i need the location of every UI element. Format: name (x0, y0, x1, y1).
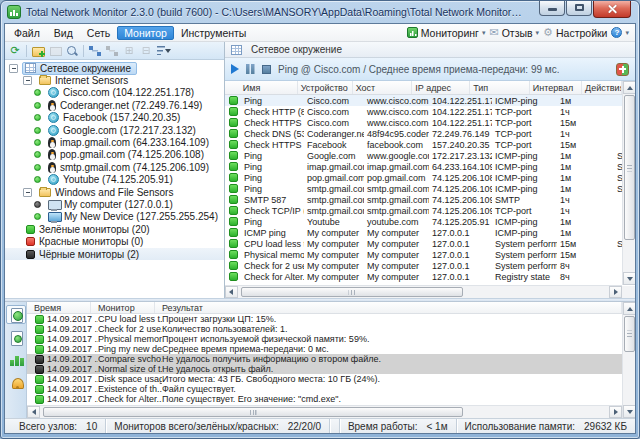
feedback-menu[interactable]: ✉ Отзыв ▾ (489, 27, 539, 39)
monitor-row[interactable]: SMTP 587 smtp.gmail.com smtp.gmail.com 7… (225, 194, 622, 205)
monitor-row[interactable]: Check DNS (53) Coderanger.net 48f94c95.c… (225, 128, 622, 139)
monitor-row[interactable]: Ping smtp.gmail.com smtp.gmail.com 74.12… (225, 183, 622, 194)
column-actions[interactable]: Действия (582, 81, 622, 94)
monitoring-menu[interactable]: Мониторинг ▾ (407, 27, 486, 39)
stop-icon[interactable] (262, 65, 271, 74)
scroll-left-button[interactable] (225, 286, 238, 298)
log-row[interactable]: 14.09.2017 ... Check for Alter... Поле с… (27, 394, 622, 404)
maximize-button[interactable] (566, 1, 592, 16)
scrollbar-thumb[interactable] (43, 407, 463, 417)
statistics-icon[interactable] (6, 351, 26, 370)
log-row[interactable]: 14.09.2017 ... Normal size of t... Не уд… (27, 364, 622, 374)
log-row[interactable]: 14.09.2017 ... CPU load less t... Процен… (27, 314, 622, 324)
play-icon[interactable] (231, 64, 239, 74)
column-monitor[interactable]: Монитор (91, 302, 155, 313)
monitor-row[interactable]: Check HTTPS (4... Facebook facebook.com … (225, 139, 622, 150)
tree-item[interactable]: Coderanger.net (72.249.76.149) (5, 99, 224, 111)
monitor-row[interactable]: Ping Cisco.com www.cisco.com 104.122.251… (225, 95, 622, 106)
tree-expander-icon[interactable] (23, 76, 32, 85)
tree-item[interactable]: Windows and File Sensors (5, 186, 224, 198)
scrollbar-thumb[interactable] (241, 287, 463, 297)
tree-item[interactable]: My New Device (127.255.255.254) (5, 211, 224, 223)
activity-log-icon[interactable] (6, 305, 26, 324)
alerts-icon[interactable] (6, 374, 26, 393)
tree-expander-icon[interactable] (9, 64, 18, 73)
tree-item[interactable]: Красные мониторы (0) (5, 235, 224, 247)
sort-icon[interactable] (155, 43, 171, 58)
tree-item[interactable]: imap.gmail.com (64.233.164.109) (5, 136, 224, 148)
log-row[interactable]: 14.09.2017 ... Physical memor... Процент… (27, 334, 622, 344)
monitor-row[interactable]: Ping Youtube youtube.com 74.125.205.91 I… (225, 216, 622, 227)
monitor-row[interactable]: Check for Alter... My computer My comput… (225, 271, 622, 282)
help-menu[interactable]: ? ▾ (611, 27, 629, 38)
settings-menu[interactable]: ⚙ Настройки (543, 27, 607, 39)
column-ip[interactable]: IP адрес (412, 81, 470, 94)
tree-item[interactable]: smtp.gmail.com (74.125.206.109) (5, 161, 224, 173)
log-row[interactable]: 14.09.2017 ... Check for 2 use... Количе… (27, 324, 622, 334)
tree-item[interactable]: Youtube (74.125.205.91) (5, 174, 224, 186)
expand-all-icon[interactable]: ⊞ (121, 43, 137, 58)
scroll-left-button[interactable] (27, 406, 40, 418)
tree-item[interactable]: Зелёные мониторы (20) (5, 223, 224, 235)
scroll-right-button[interactable] (609, 406, 622, 418)
add-device-icon[interactable] (47, 43, 63, 58)
monitor-row[interactable]: ICMP ping My computer My computer 127.0.… (225, 227, 622, 238)
sep-icon[interactable] (24, 43, 29, 58)
monitor-row[interactable]: Check for 2 use... My computer My comput… (225, 260, 622, 271)
monitor-row[interactable]: Ping pop.gmail.com pop.gmail.com 74.125.… (225, 172, 622, 183)
menu-item[interactable]: Файл (7, 26, 47, 40)
monitor-row[interactable]: Check TCP/IP (25) smtp.gmail.com smtp.gm… (225, 205, 622, 216)
column-status[interactable] (225, 81, 240, 94)
scroll-up-button[interactable] (623, 81, 635, 94)
add-group-icon[interactable] (30, 43, 46, 58)
log-row[interactable]: 14.09.2017 ... Compare svcho... Не удало… (27, 354, 622, 364)
minimize-button[interactable] (539, 1, 565, 16)
scroll-up-button[interactable] (623, 302, 635, 315)
tree-item[interactable]: My computer (127.0.0.1) (5, 198, 224, 210)
connect-icon[interactable] (87, 43, 103, 58)
column-result[interactable]: Результат (155, 302, 622, 313)
column-interval[interactable]: Интервал (530, 81, 582, 94)
monitor-row[interactable]: Ping Google.com www.google.com 172.217.2… (225, 150, 622, 161)
log-row[interactable]: 14.09.2017 ... Existence of th... Файл с… (27, 384, 622, 394)
column-name[interactable]: Имя (240, 81, 298, 94)
table-vertical-scrollbar[interactable] (622, 81, 635, 285)
scrollbar-thumb[interactable] (624, 316, 635, 352)
scrollbar-thumb[interactable] (624, 95, 635, 240)
tree-item[interactable]: Cisco.com (104.122.251.178) (5, 87, 224, 99)
tree-expander-icon[interactable] (23, 188, 32, 197)
log-horizontal-scrollbar[interactable] (27, 405, 622, 418)
tree-item[interactable]: Internet Sensors (5, 74, 224, 86)
events-icon[interactable] (6, 328, 26, 347)
column-type[interactable]: Тип (470, 81, 530, 94)
table-horizontal-scrollbar[interactable] (225, 285, 622, 298)
menu-item[interactable]: Сеть (80, 26, 117, 40)
tree-item[interactable]: Google.com (172.217.23.132) (5, 124, 224, 136)
monitor-row[interactable]: CPU load less t... My computer My comput… (225, 238, 622, 249)
scroll-right-button[interactable] (609, 286, 622, 298)
pause-icon[interactable] (246, 64, 255, 74)
disconnect-icon[interactable] (104, 43, 120, 58)
menu-item[interactable]: Вид (47, 26, 80, 40)
tree-item[interactable]: Сетевое окружение (5, 62, 224, 74)
app-icon[interactable] (7, 5, 21, 19)
monitor-row[interactable]: Physical memor... My computer My compute… (225, 249, 622, 260)
log-row[interactable]: 14.09.2017 ... Disk space usag... Итого … (27, 374, 622, 384)
scroll-down-button[interactable] (623, 405, 635, 418)
tree-item[interactable]: pop.gmail.com (74.125.206.108) (5, 149, 224, 161)
tree-item[interactable]: Facebook (157.240.20.35) (5, 112, 224, 124)
scan-icon[interactable] (64, 43, 80, 58)
monitor-row[interactable]: Ping imap.gmail.com imap.gmail.com 64.23… (225, 161, 622, 172)
column-device[interactable]: Устройство (298, 81, 353, 94)
sep-icon[interactable] (81, 43, 86, 58)
collapse-all-icon[interactable]: ⊟ (138, 43, 154, 58)
monitor-row[interactable]: Check HTTP (80) Cisco.com www.cisco.com … (225, 106, 622, 117)
refresh-icon[interactable]: ⟳ (7, 43, 23, 58)
column-host[interactable]: Хост (353, 81, 413, 94)
menu-item[interactable]: Монитор (117, 26, 174, 40)
add-monitor-button[interactable] (616, 63, 629, 76)
menu-item[interactable]: Инструменты (174, 26, 253, 40)
monitor-row[interactable]: Check HTTPS (4... Cisco.com www.cisco.co… (225, 117, 622, 128)
scroll-down-button[interactable] (623, 272, 635, 285)
close-button[interactable] (593, 1, 631, 18)
